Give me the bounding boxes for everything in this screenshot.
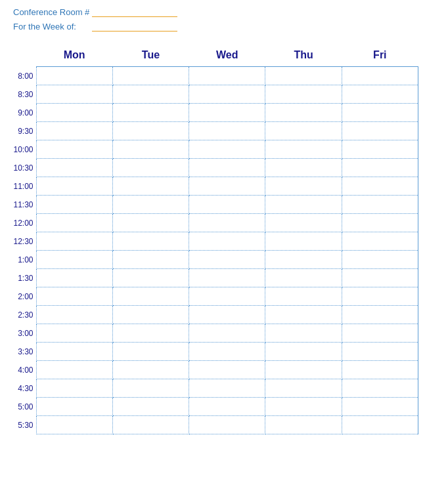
schedule-cell[interactable] bbox=[112, 269, 189, 287]
schedule-cell[interactable] bbox=[265, 159, 342, 177]
schedule-cell[interactable] bbox=[36, 306, 112, 324]
schedule-cell[interactable] bbox=[342, 159, 418, 177]
schedule-cell[interactable] bbox=[342, 140, 418, 159]
schedule-cell[interactable] bbox=[112, 159, 189, 177]
schedule-cell[interactable] bbox=[265, 361, 342, 379]
schedule-cell[interactable] bbox=[112, 398, 189, 416]
schedule-cell[interactable] bbox=[36, 379, 112, 398]
schedule-cell[interactable] bbox=[342, 416, 418, 434]
schedule-cell[interactable] bbox=[112, 324, 189, 343]
schedule-cell[interactable] bbox=[36, 85, 112, 104]
schedule-cell[interactable] bbox=[189, 251, 265, 269]
schedule-cell[interactable] bbox=[342, 122, 418, 140]
schedule-cell[interactable] bbox=[265, 251, 342, 269]
schedule-cell[interactable] bbox=[112, 214, 189, 232]
schedule-cell[interactable] bbox=[36, 159, 112, 177]
schedule-cell[interactable] bbox=[112, 177, 189, 196]
conference-room-input[interactable] bbox=[92, 7, 177, 17]
schedule-cell[interactable] bbox=[112, 122, 189, 140]
schedule-cell[interactable] bbox=[189, 159, 265, 177]
schedule-cell[interactable] bbox=[189, 416, 265, 434]
schedule-cell[interactable] bbox=[342, 251, 418, 269]
schedule-cell[interactable] bbox=[112, 416, 189, 434]
schedule-cell[interactable] bbox=[112, 196, 189, 214]
schedule-cell[interactable] bbox=[112, 140, 189, 159]
schedule-cell[interactable] bbox=[265, 398, 342, 416]
schedule-cell[interactable] bbox=[189, 122, 265, 140]
schedule-cell[interactable] bbox=[342, 343, 418, 361]
schedule-cell[interactable] bbox=[265, 214, 342, 232]
schedule-cell[interactable] bbox=[36, 398, 112, 416]
schedule-cell[interactable] bbox=[36, 343, 112, 361]
schedule-cell[interactable] bbox=[342, 269, 418, 287]
schedule-cell[interactable] bbox=[36, 287, 112, 306]
schedule-cell[interactable] bbox=[342, 196, 418, 214]
schedule-cell[interactable] bbox=[189, 361, 265, 379]
schedule-cell[interactable] bbox=[265, 177, 342, 196]
schedule-cell[interactable] bbox=[265, 416, 342, 434]
schedule-cell[interactable] bbox=[189, 196, 265, 214]
schedule-cell[interactable] bbox=[189, 214, 265, 232]
schedule-cell[interactable] bbox=[265, 85, 342, 104]
schedule-cell[interactable] bbox=[189, 343, 265, 361]
schedule-cell[interactable] bbox=[36, 140, 112, 159]
schedule-cell[interactable] bbox=[342, 398, 418, 416]
schedule-cell[interactable] bbox=[36, 177, 112, 196]
schedule-cell[interactable] bbox=[342, 85, 418, 104]
schedule-cell[interactable] bbox=[112, 251, 189, 269]
schedule-cell[interactable] bbox=[189, 232, 265, 251]
schedule-cell[interactable] bbox=[36, 214, 112, 232]
schedule-cell[interactable] bbox=[36, 324, 112, 343]
week-of-input[interactable] bbox=[92, 21, 177, 32]
schedule-cell[interactable] bbox=[342, 232, 418, 251]
schedule-cell[interactable] bbox=[112, 85, 189, 104]
schedule-cell[interactable] bbox=[112, 306, 189, 324]
schedule-cell[interactable] bbox=[189, 85, 265, 104]
schedule-cell[interactable] bbox=[189, 398, 265, 416]
schedule-cell[interactable] bbox=[189, 67, 265, 85]
schedule-cell[interactable] bbox=[112, 232, 189, 251]
schedule-cell[interactable] bbox=[342, 177, 418, 196]
schedule-cell[interactable] bbox=[265, 379, 342, 398]
schedule-cell[interactable] bbox=[36, 67, 112, 85]
schedule-cell[interactable] bbox=[265, 324, 342, 343]
schedule-cell[interactable] bbox=[342, 324, 418, 343]
schedule-cell[interactable] bbox=[189, 177, 265, 196]
schedule-cell[interactable] bbox=[112, 104, 189, 122]
schedule-cell[interactable] bbox=[112, 67, 189, 85]
schedule-cell[interactable] bbox=[36, 196, 112, 214]
schedule-cell[interactable] bbox=[265, 67, 342, 85]
schedule-cell[interactable] bbox=[265, 306, 342, 324]
schedule-cell[interactable] bbox=[189, 324, 265, 343]
schedule-cell[interactable] bbox=[342, 67, 418, 85]
schedule-cell[interactable] bbox=[189, 379, 265, 398]
schedule-cell[interactable] bbox=[112, 361, 189, 379]
schedule-cell[interactable] bbox=[342, 306, 418, 324]
schedule-cell[interactable] bbox=[189, 287, 265, 306]
schedule-cell[interactable] bbox=[265, 269, 342, 287]
schedule-cell[interactable] bbox=[342, 379, 418, 398]
schedule-cell[interactable] bbox=[36, 416, 112, 434]
schedule-cell[interactable] bbox=[36, 269, 112, 287]
schedule-cell[interactable] bbox=[189, 104, 265, 122]
schedule-cell[interactable] bbox=[36, 251, 112, 269]
schedule-cell[interactable] bbox=[265, 122, 342, 140]
schedule-cell[interactable] bbox=[265, 343, 342, 361]
schedule-cell[interactable] bbox=[342, 104, 418, 122]
schedule-cell[interactable] bbox=[36, 232, 112, 251]
schedule-cell[interactable] bbox=[36, 104, 112, 122]
schedule-cell[interactable] bbox=[265, 287, 342, 306]
schedule-cell[interactable] bbox=[342, 287, 418, 306]
schedule-cell[interactable] bbox=[342, 214, 418, 232]
schedule-cell[interactable] bbox=[189, 306, 265, 324]
schedule-cell[interactable] bbox=[265, 196, 342, 214]
schedule-cell[interactable] bbox=[36, 122, 112, 140]
schedule-cell[interactable] bbox=[112, 287, 189, 306]
schedule-cell[interactable] bbox=[36, 361, 112, 379]
schedule-cell[interactable] bbox=[189, 269, 265, 287]
schedule-cell[interactable] bbox=[112, 343, 189, 361]
schedule-cell[interactable] bbox=[265, 232, 342, 251]
schedule-cell[interactable] bbox=[189, 140, 265, 159]
schedule-cell[interactable] bbox=[112, 379, 189, 398]
schedule-cell[interactable] bbox=[265, 140, 342, 159]
